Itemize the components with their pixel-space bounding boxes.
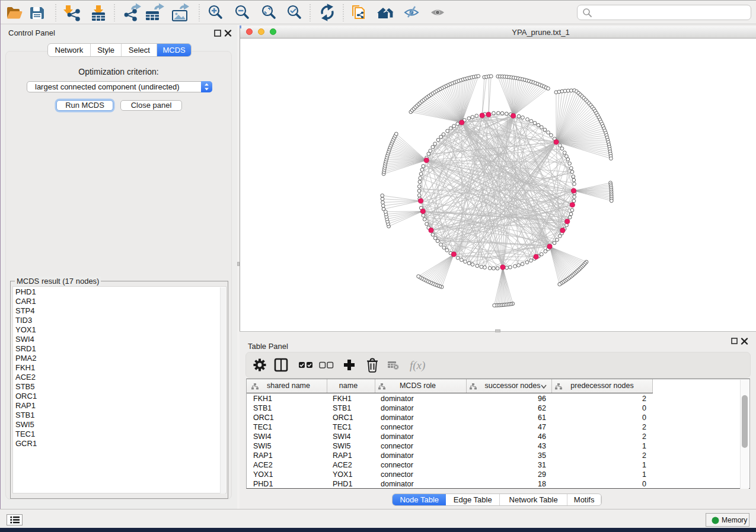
svg-text:f(x): f(x) <box>410 359 425 372</box>
